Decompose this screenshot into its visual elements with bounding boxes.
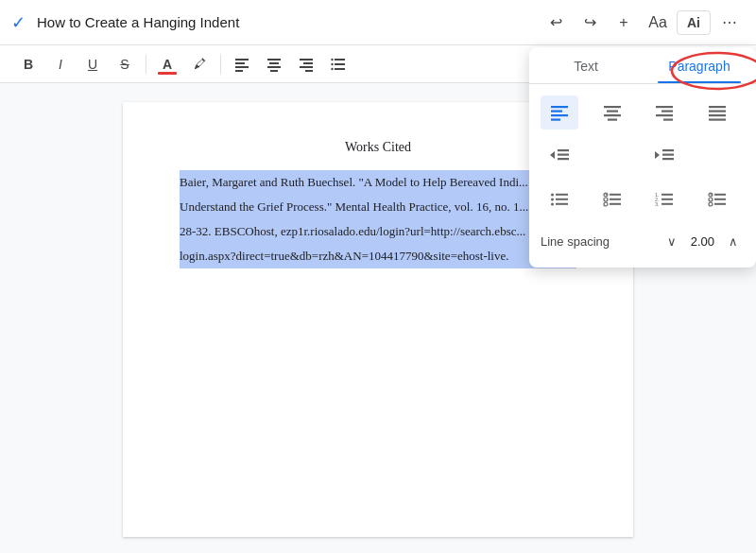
svg-rect-62 (662, 203, 673, 205)
tab-paragraph[interactable]: Paragraph (643, 47, 756, 83)
svg-rect-6 (267, 66, 281, 68)
svg-rect-40 (662, 154, 674, 156)
indent-decrease-icon (549, 147, 570, 164)
svg-rect-23 (604, 106, 621, 108)
align-left-icon (233, 56, 250, 73)
svg-rect-68 (714, 194, 726, 196)
svg-point-15 (331, 58, 333, 60)
svg-rect-20 (551, 111, 562, 112)
add-button[interactable]: + (609, 8, 639, 38)
svg-rect-41 (662, 158, 674, 160)
svg-rect-4 (267, 59, 281, 60)
svg-rect-69 (714, 199, 726, 200)
svg-rect-13 (335, 63, 345, 65)
toolbar-right: ↩ ↪ + Aa Ai ⋯ (541, 8, 745, 38)
svg-rect-0 (235, 59, 249, 60)
check-icon[interactable]: ✓ (11, 12, 26, 33)
svg-rect-33 (709, 114, 726, 116)
svg-text:3.: 3. (655, 201, 660, 207)
highlight-icon: 🖍 (194, 57, 206, 71)
line-spacing-label: Line spacing (541, 234, 653, 249)
strikethrough-button[interactable]: S (112, 51, 138, 78)
panel-align-center-button[interactable] (593, 95, 631, 130)
panel-align-right-icon (655, 104, 674, 121)
clock-list-2-icon (708, 191, 727, 208)
numbered-list-icon: 1. 2. 3. (655, 191, 674, 208)
svg-rect-35 (558, 149, 569, 151)
svg-rect-9 (303, 62, 313, 64)
svg-rect-56 (610, 203, 621, 205)
line-spacing-chevron-up[interactable]: ∧ (722, 230, 745, 252)
svg-rect-21 (551, 114, 568, 116)
panel-align-justify-button[interactable] (698, 95, 736, 130)
paragraph-panel: Text Paragraph (529, 47, 756, 268)
selected-text-block[interactable]: Baier, Margaret and Ruth Buechsel. "A Mo… (180, 170, 576, 268)
align-center-button[interactable] (261, 51, 287, 78)
panel-align-right-button[interactable] (645, 95, 683, 130)
line-spacing-chevron-down[interactable]: ∨ (661, 230, 683, 252)
svg-rect-44 (556, 194, 568, 196)
svg-rect-3 (235, 70, 243, 72)
bold-button[interactable]: B (15, 51, 42, 78)
svg-rect-14 (335, 68, 345, 70)
text-format-button[interactable]: Aa (643, 8, 673, 38)
svg-point-66 (709, 198, 713, 201)
panel-align-left-button[interactable] (541, 95, 578, 130)
svg-rect-10 (300, 66, 313, 68)
undo-button[interactable]: ↩ (541, 8, 571, 38)
svg-rect-36 (558, 154, 569, 156)
align-right-button[interactable] (293, 51, 319, 78)
svg-point-43 (551, 194, 554, 197)
ai-button[interactable]: Ai (677, 10, 711, 35)
svg-rect-7 (270, 70, 278, 72)
redo-button[interactable]: ↪ (575, 8, 605, 38)
svg-rect-34 (709, 119, 726, 121)
align-left-button[interactable] (229, 51, 255, 78)
list-button[interactable] (325, 51, 352, 78)
svg-rect-22 (551, 119, 560, 121)
panel-bullet-list-button[interactable] (541, 182, 578, 216)
svg-marker-42 (655, 151, 660, 159)
svg-point-53 (604, 202, 608, 206)
panel-align-justify-icon (708, 104, 727, 121)
svg-rect-46 (556, 199, 568, 200)
svg-rect-60 (662, 194, 673, 196)
bullet-list-icon (550, 191, 569, 208)
svg-rect-26 (608, 119, 617, 121)
svg-rect-19 (551, 106, 568, 108)
toolbar-divider-1 (146, 55, 146, 74)
align-right-icon (298, 56, 315, 73)
svg-point-47 (551, 203, 554, 206)
panel-indent-increase-button[interactable] (645, 139, 683, 173)
svg-point-45 (551, 199, 554, 201)
alignment-grid (529, 95, 756, 130)
list-icon (330, 56, 347, 73)
svg-rect-30 (663, 119, 673, 121)
works-cited-heading: Works Cited (180, 140, 576, 155)
svg-rect-12 (335, 59, 345, 60)
panel-tabs: Text Paragraph (529, 47, 756, 84)
highlight-button[interactable]: 🖍 (186, 51, 213, 78)
panel-indent-decrease-button[interactable] (541, 139, 578, 173)
underline-button[interactable]: U (79, 51, 106, 78)
svg-rect-2 (235, 66, 249, 68)
svg-rect-32 (709, 111, 726, 112)
panel-numbered-list-button[interactable]: 1. 2. 3. (645, 182, 683, 216)
svg-rect-70 (714, 203, 726, 205)
panel-clock-list-button[interactable] (593, 182, 631, 216)
svg-rect-27 (656, 106, 673, 108)
tab-text[interactable]: Text (529, 47, 643, 83)
italic-button[interactable]: I (47, 51, 74, 78)
document-title[interactable]: How to Create a Hanging Indent (37, 14, 533, 30)
list-grid: 1. 2. 3. (529, 182, 756, 216)
svg-point-16 (331, 62, 333, 64)
svg-rect-37 (558, 158, 569, 160)
panel-clock-list-2-button[interactable] (698, 182, 736, 216)
more-button[interactable]: ⋯ (714, 8, 745, 38)
top-bar: ✓ How to Create a Hanging Indent ↩ ↪ + A… (0, 0, 756, 45)
svg-point-17 (331, 67, 333, 69)
text-color-indicator (158, 72, 177, 75)
svg-rect-61 (662, 199, 673, 200)
text-color-button[interactable]: A (154, 51, 180, 78)
line-spacing-value: 2.00 (691, 234, 714, 249)
